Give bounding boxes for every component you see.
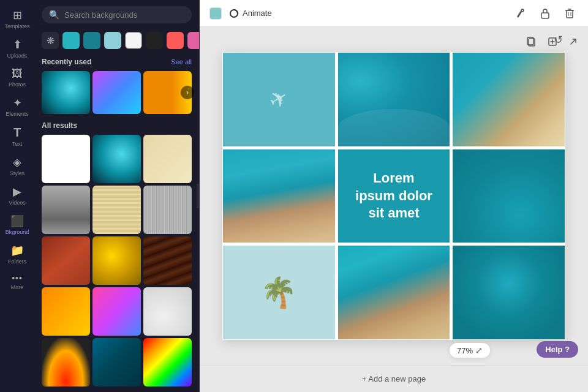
styles-icon: ◈ bbox=[13, 156, 21, 169]
recent-item-2[interactable] bbox=[92, 71, 141, 114]
sidebar-item-folders[interactable]: 📁 Folders bbox=[2, 240, 32, 268]
bg-thumbnail-lines[interactable] bbox=[92, 186, 141, 234]
top-bar-right bbox=[512, 5, 578, 22]
pink-swatch[interactable] bbox=[187, 32, 199, 49]
svg-rect-3 bbox=[567, 10, 573, 18]
bg-thumbnail-gray-wood[interactable] bbox=[143, 186, 192, 234]
teal-swatch[interactable] bbox=[62, 32, 80, 49]
bg-thumbnail-orange[interactable] bbox=[42, 287, 90, 336]
canvas-grid: ✈ Lorem ipsum dolor sit amet bbox=[222, 52, 565, 340]
icon-bar: ⊞ Templates ⬆ Uploads 🖼 Photos ✦ Element… bbox=[0, 0, 34, 392]
grid-cell-4[interactable] bbox=[222, 149, 336, 244]
all-results-title: All results bbox=[34, 116, 199, 132]
canvas-refresh-button[interactable]: ↺ bbox=[551, 32, 565, 47]
help-button[interactable]: Help ? bbox=[537, 341, 578, 358]
sidebar-item-background[interactable]: ⬛ Bkground bbox=[2, 211, 32, 239]
bg-thumbnail-wood-dark[interactable] bbox=[143, 236, 192, 285]
grid-cell-9[interactable] bbox=[452, 245, 565, 340]
zoom-expand-button[interactable]: ⤢ bbox=[475, 345, 483, 355]
sidebar-item-uploads[interactable]: ⬆ Uploads bbox=[2, 34, 32, 62]
sidebar-item-videos[interactable]: ▶ Videos bbox=[2, 181, 32, 209]
panel-content: Recently used See all › All results bbox=[34, 54, 199, 392]
canvas-wrapper: ↺ ↺ ✈ Lorem ipsum dolor bbox=[200, 27, 588, 365]
grid-cell-5-text[interactable]: Lorem ipsum dolor sit amet bbox=[337, 149, 451, 244]
canvas-copy-icon[interactable] bbox=[524, 34, 539, 49]
svg-point-1 bbox=[521, 9, 524, 12]
recent-item-1[interactable] bbox=[42, 71, 90, 114]
canvas-center-text: Lorem ipsum dolor sit amet bbox=[350, 165, 437, 227]
more-icon: ••• bbox=[12, 273, 23, 283]
grid-cell-6[interactable] bbox=[452, 149, 565, 244]
color-swatches-row: ❋ › bbox=[34, 29, 199, 54]
trash-button[interactable] bbox=[561, 5, 578, 22]
animate-label: Animate bbox=[243, 9, 272, 18]
bg-thumbnail-marble[interactable] bbox=[143, 287, 192, 336]
bg-thumbnail-dark-teal[interactable] bbox=[92, 338, 141, 386]
more-label: More bbox=[11, 284, 24, 290]
recently-used-section-header: Recently used See all bbox=[34, 54, 199, 69]
grid-cell-2[interactable] bbox=[337, 52, 451, 147]
pattern-swatch[interactable]: ❋ bbox=[42, 32, 59, 49]
recent-next-arrow[interactable]: › bbox=[181, 86, 194, 99]
lock-button[interactable] bbox=[537, 5, 554, 22]
grid-cell-8[interactable] bbox=[337, 245, 451, 340]
bg-thumbnail-white[interactable] bbox=[42, 135, 90, 183]
sidebar-item-more[interactable]: ••• More bbox=[2, 270, 32, 294]
bg-thumbnail-rainbow[interactable] bbox=[143, 338, 192, 386]
folders-icon: 📁 bbox=[10, 244, 24, 257]
active-color-swatch[interactable] bbox=[209, 7, 222, 20]
photos-label: Photos bbox=[9, 81, 26, 88]
coral-swatch[interactable] bbox=[167, 32, 184, 49]
trash-icon bbox=[565, 8, 575, 19]
sidebar-item-photos[interactable]: 🖼 Photos bbox=[2, 64, 32, 91]
see-all-link[interactable]: See all bbox=[171, 58, 192, 66]
copy-icon bbox=[526, 36, 537, 47]
background-icon: ⬛ bbox=[10, 214, 24, 228]
folders-label: Folders bbox=[8, 258, 26, 265]
recently-used-title: Recently used bbox=[42, 58, 91, 66]
canvas-share-icon[interactable] bbox=[566, 34, 581, 49]
background-label: Bkground bbox=[6, 229, 29, 235]
search-input[interactable] bbox=[64, 10, 184, 20]
bg-thumbnail-pink-purple[interactable] bbox=[92, 287, 141, 336]
bg-thumbnail-gold[interactable] bbox=[92, 236, 141, 285]
search-input-wrap[interactable]: 🔍 bbox=[42, 6, 192, 23]
sidebar-item-elements[interactable]: ✦ Elements bbox=[2, 92, 32, 121]
elements-icon: ✦ bbox=[13, 96, 22, 110]
dolor-text: dolor bbox=[395, 188, 432, 203]
grid-cell-1[interactable]: ✈ bbox=[222, 52, 336, 147]
sidebar-item-text[interactable]: T Text bbox=[2, 122, 32, 151]
animate-button[interactable]: Animate bbox=[229, 9, 272, 18]
sidebar-item-templates[interactable]: ⊞ Templates bbox=[2, 5, 32, 33]
bg-thumbnail-beige[interactable] bbox=[143, 135, 192, 183]
styles-label: Styles bbox=[10, 170, 25, 176]
bg-thumbnail-road[interactable] bbox=[42, 186, 90, 234]
canvas-document[interactable]: ↺ ✈ Lorem ipsum dolor sit amet bbox=[222, 52, 565, 340]
elements-label: Elements bbox=[6, 111, 29, 117]
sit-amet-text: sit amet bbox=[368, 205, 419, 221]
black-swatch[interactable] bbox=[146, 32, 163, 49]
grid-cell-7[interactable]: 🌴 bbox=[222, 245, 336, 340]
text-label: Text bbox=[12, 141, 23, 147]
copy-style-button[interactable] bbox=[512, 5, 529, 22]
light-blue-swatch[interactable] bbox=[104, 32, 121, 49]
bg-thumbnail-wood-red[interactable] bbox=[42, 236, 90, 285]
videos-icon: ▶ bbox=[13, 185, 21, 198]
white-swatch[interactable] bbox=[125, 32, 142, 49]
svg-rect-2 bbox=[541, 13, 549, 18]
copy-style-icon bbox=[515, 8, 526, 19]
backgrounds-panel: 🔍 ❋ › Recently used See all › All result… bbox=[34, 0, 200, 392]
bg-thumbnail-cyan[interactable] bbox=[92, 135, 141, 183]
canvas-text-line1: Lorem ipsum dolor sit amet bbox=[355, 170, 432, 222]
sidebar-item-styles[interactable]: ◈ Styles bbox=[2, 152, 32, 180]
lorem-text: Lorem bbox=[373, 170, 414, 186]
help-label: Help ? bbox=[545, 345, 570, 354]
add-new-page-button[interactable]: + Add a new page bbox=[362, 374, 426, 383]
bg-thumbnail-fire[interactable] bbox=[42, 338, 90, 386]
share-icon bbox=[568, 36, 579, 47]
dark-teal-swatch[interactable] bbox=[83, 32, 100, 49]
plane-icon: ✈ bbox=[265, 84, 293, 115]
search-bar: 🔍 bbox=[34, 0, 199, 29]
grid-cell-3[interactable] bbox=[452, 52, 565, 147]
ipsum-bold: ipsum bbox=[355, 188, 395, 203]
